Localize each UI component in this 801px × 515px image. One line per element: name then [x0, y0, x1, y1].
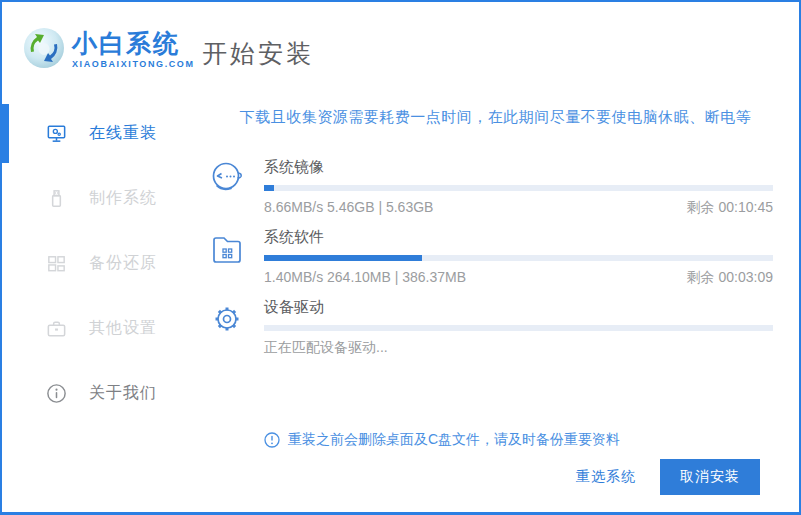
progress-fill [264, 185, 274, 191]
section-device-drivers: 设备驱动 正在匹配设备驱动... [207, 298, 773, 357]
time-remaining: 剩余 00:03:09 [687, 269, 773, 287]
footer-actions: 重选系统 取消安装 [576, 459, 760, 495]
logo-sphere-icon [23, 27, 65, 69]
reselect-system-link[interactable]: 重选系统 [576, 468, 636, 486]
download-stats: 8.66MB/s 5.46GB | 5.63GB [264, 199, 433, 217]
installer-window: 免责声明 — ✕ 小白系统 XIAOBAIXITO [0, 0, 801, 515]
sidebar-item-label: 备份还原 [89, 253, 157, 274]
cancel-install-button[interactable]: 取消安装 [660, 459, 760, 495]
gear-icon [207, 298, 264, 357]
sidebar-item-about-us[interactable]: 关于我们 [2, 361, 192, 426]
alert-circle-icon [264, 432, 280, 448]
sidebar-item-other-settings[interactable]: 其他设置 [2, 296, 192, 361]
section-system-software: 系统软件 1.40MB/s 264.10MB | 386.37MB 剩余 00:… [207, 228, 773, 287]
active-indicator [2, 104, 9, 163]
progress-bar-system-software [264, 255, 773, 261]
sidebar-item-label: 制作系统 [89, 188, 157, 209]
usb-drive-icon [45, 187, 68, 210]
main-content: 下载且收集资源需要耗费一点时间，在此期间尽量不要使电脑休眠、断电等 [192, 92, 799, 512]
brand-name: 小白系统 [72, 30, 195, 56]
section-title: 系统软件 [264, 228, 773, 247]
page-title: 开始安装 [202, 37, 314, 70]
monitor-icon [45, 122, 68, 145]
sidebar-item-backup-restore[interactable]: 备份还原 [2, 231, 192, 296]
brand-logo: 小白系统 XIAOBAIXITONG.COM [23, 27, 195, 69]
progress-fill [264, 255, 422, 261]
brand-text: 小白系统 XIAOBAIXITONG.COM [72, 27, 195, 69]
backup-note-text: 重装之前会删除桌面及C盘文件，请及时备份重要资料 [288, 431, 620, 449]
download-stats: 1.40MB/s 264.10MB | 386.37MB [264, 269, 466, 287]
mascot-face-icon [207, 158, 264, 217]
blocks-icon [45, 252, 68, 275]
sidebar: 在线重装 制作系统 备份还原 [2, 92, 192, 512]
driver-status-text: 正在匹配设备驱动... [264, 339, 388, 357]
briefcase-icon [45, 317, 68, 340]
section-system-image: 系统镜像 8.66MB/s 5.46GB | 5.63GB 剩余 00:10:4… [207, 158, 773, 217]
section-title: 设备驱动 [264, 298, 773, 317]
brand-domain: XIAOBAIXITONG.COM [72, 59, 195, 69]
sidebar-item-online-reinstall[interactable]: 在线重装 [2, 101, 192, 166]
progress-bar-system-image [264, 185, 773, 191]
header: 小白系统 XIAOBAIXITONG.COM 开始安装 [2, 2, 799, 92]
warning-text: 下载且收集资源需要耗费一点时间，在此期间尽量不要使电脑休眠、断电等 [192, 108, 799, 127]
section-title: 系统镜像 [264, 158, 773, 177]
sidebar-item-label: 其他设置 [89, 318, 157, 339]
sidebar-item-label: 关于我们 [89, 383, 157, 404]
sidebar-item-label: 在线重装 [89, 123, 157, 144]
backup-note: 重装之前会删除桌面及C盘文件，请及时备份重要资料 [192, 431, 799, 449]
info-icon [45, 382, 68, 405]
progress-bar-device-drivers [264, 325, 773, 331]
sidebar-item-make-system[interactable]: 制作系统 [2, 166, 192, 231]
folder-grid-icon [207, 228, 264, 287]
progress-sections: 系统镜像 8.66MB/s 5.46GB | 5.63GB 剩余 00:10:4… [192, 158, 799, 357]
time-remaining: 剩余 00:10:45 [687, 199, 773, 217]
